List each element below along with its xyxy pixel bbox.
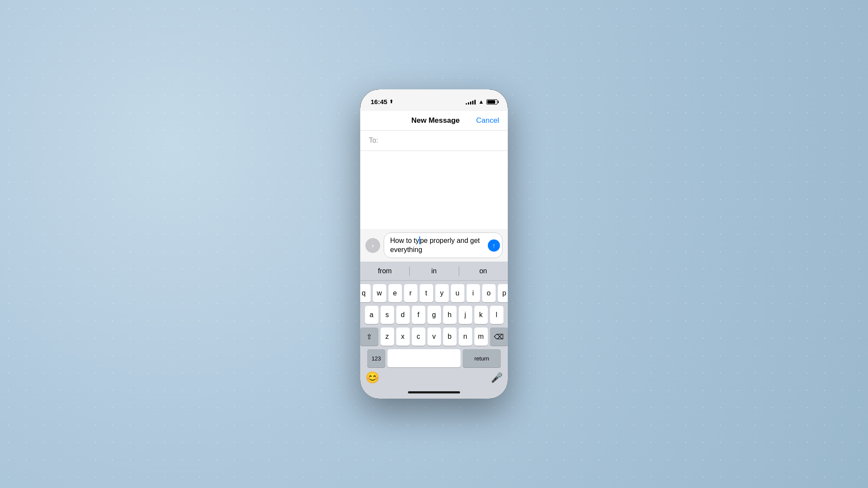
cancel-button[interactable]: Cancel xyxy=(476,116,499,125)
keyboard-row-2: a s d f g h j k l xyxy=(362,306,506,324)
key-q[interactable]: q xyxy=(360,284,371,302)
backspace-key[interactable]: ⌫ xyxy=(490,328,508,346)
input-bar: › How to type properly and get everythin… xyxy=(360,229,508,262)
autocomplete-item-1[interactable]: from xyxy=(360,262,409,280)
home-indicator xyxy=(360,388,508,399)
autocomplete-item-2[interactable]: in xyxy=(409,262,458,280)
return-key[interactable]: return xyxy=(463,349,501,367)
key-p[interactable]: p xyxy=(498,284,508,302)
signal-icon xyxy=(466,99,476,105)
key-a[interactable]: a xyxy=(365,306,378,324)
key-v[interactable]: v xyxy=(427,328,441,346)
status-icons: ▲ xyxy=(466,98,497,105)
key-t[interactable]: t xyxy=(420,284,433,302)
home-bar xyxy=(408,391,460,393)
key-k[interactable]: k xyxy=(474,306,488,324)
key-l[interactable]: l xyxy=(490,306,503,324)
key-u[interactable]: u xyxy=(451,284,464,302)
key-d[interactable]: d xyxy=(396,306,410,324)
autocomplete-bar: from in on xyxy=(360,262,508,281)
nav-bar: New Message Cancel xyxy=(360,111,508,131)
message-text: How to type properly and get everything xyxy=(390,236,486,255)
key-j[interactable]: j xyxy=(459,306,472,324)
keyboard-row-1: q w e r t y u i o p xyxy=(362,284,506,302)
keyboard-bottom: 😊 🎤 xyxy=(360,369,508,388)
wifi-icon: ▲ xyxy=(478,98,484,105)
nav-title: New Message xyxy=(411,116,460,125)
keyboard: q w e r t y u i o p a s d f g h j k l ⇧ … xyxy=(360,281,508,369)
key-m[interactable]: m xyxy=(474,328,488,346)
key-e[interactable]: e xyxy=(388,284,402,302)
mic-button[interactable]: 🎤 xyxy=(491,372,503,383)
send-arrow-icon: ↑ xyxy=(493,242,496,249)
send-button[interactable]: ↑ xyxy=(488,239,500,252)
key-n[interactable]: n xyxy=(459,328,472,346)
phone-frame: 16:45 ⬆ ▲ New Message Cancel To: xyxy=(360,89,508,399)
key-r[interactable]: r xyxy=(404,284,418,302)
numbers-key[interactable]: 123 xyxy=(367,349,385,367)
key-o[interactable]: o xyxy=(482,284,496,302)
to-label: To: xyxy=(369,137,378,144)
space-key[interactable] xyxy=(388,349,460,367)
status-bar: 16:45 ⬆ ▲ xyxy=(360,89,508,111)
key-s[interactable]: s xyxy=(381,306,394,324)
to-field[interactable]: To: xyxy=(360,131,508,151)
battery-icon xyxy=(487,99,497,105)
time-display: 16:45 xyxy=(371,98,387,105)
message-input-wrapper[interactable]: How to type properly and get everything … xyxy=(384,233,503,259)
key-y[interactable]: y xyxy=(435,284,449,302)
key-w[interactable]: w xyxy=(373,284,386,302)
apps-button[interactable]: › xyxy=(365,238,380,253)
key-h[interactable]: h xyxy=(443,306,457,324)
keyboard-row-4: 123 return xyxy=(362,349,506,367)
key-f[interactable]: f xyxy=(412,306,425,324)
key-i[interactable]: i xyxy=(467,284,480,302)
key-z[interactable]: z xyxy=(381,328,394,346)
status-time: 16:45 ⬆ xyxy=(371,98,393,105)
autocomplete-item-3[interactable]: on xyxy=(459,262,508,280)
chevron-right-icon: › xyxy=(372,242,374,249)
key-x[interactable]: x xyxy=(396,328,410,346)
emoji-button[interactable]: 😊 xyxy=(365,371,379,384)
key-b[interactable]: b xyxy=(443,328,457,346)
key-c[interactable]: c xyxy=(412,328,425,346)
message-body[interactable] xyxy=(360,151,508,229)
keyboard-row-3: ⇧ z x c v b n m ⌫ xyxy=(362,328,506,346)
to-input[interactable] xyxy=(380,137,499,144)
key-g[interactable]: g xyxy=(427,306,441,324)
shift-key[interactable]: ⇧ xyxy=(360,328,378,346)
location-icon: ⬆ xyxy=(389,99,393,105)
